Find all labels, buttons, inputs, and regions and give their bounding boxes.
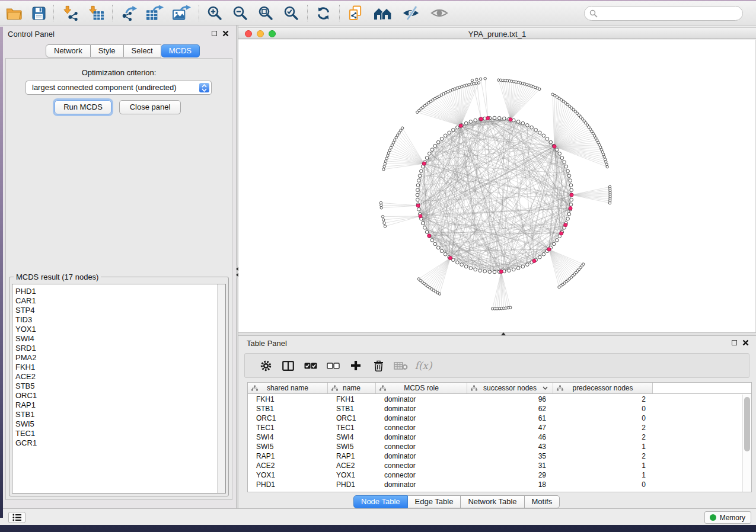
float-panel-icon[interactable] bbox=[212, 31, 217, 36]
cell-shared-name[interactable]: RAP1 bbox=[248, 451, 328, 461]
save-session-button[interactable] bbox=[28, 3, 50, 23]
cell-predecessor-nodes[interactable]: 0 bbox=[553, 414, 653, 423]
mcds-result-item[interactable]: TID3 bbox=[15, 315, 225, 325]
cell-successor-nodes[interactable]: 18 bbox=[467, 480, 553, 489]
cell-predecessor-nodes[interactable]: 2 bbox=[553, 395, 653, 404]
network-node[interactable] bbox=[416, 198, 419, 201]
cell-shared-name[interactable]: FKH1 bbox=[248, 395, 328, 404]
network-hub-node[interactable] bbox=[419, 214, 422, 218]
cell-predecessor-nodes[interactable]: 2 bbox=[553, 423, 653, 432]
mcds-result-item[interactable]: SWI4 bbox=[15, 334, 225, 344]
select-all-button[interactable] bbox=[299, 355, 322, 376]
float-table-panel-icon[interactable] bbox=[732, 340, 737, 345]
network-node[interactable] bbox=[479, 269, 482, 273]
network-node[interactable] bbox=[555, 148, 559, 152]
network-node[interactable] bbox=[469, 120, 473, 124]
network-node[interactable] bbox=[474, 118, 477, 122]
network-leaf-node[interactable] bbox=[605, 161, 607, 163]
network-leaf-node[interactable] bbox=[608, 201, 611, 204]
network-node[interactable] bbox=[521, 265, 525, 268]
network-leaf-node[interactable] bbox=[384, 225, 386, 227]
cell-shared-name[interactable]: PHD1 bbox=[248, 480, 328, 489]
network-leaf-node[interactable] bbox=[380, 207, 382, 209]
cell-shared-name[interactable]: TEC1 bbox=[248, 423, 328, 432]
tab-mcds[interactable]: MCDS bbox=[161, 44, 200, 57]
tab-node-table[interactable]: Node Table bbox=[353, 495, 408, 508]
zoom-in-button[interactable] bbox=[203, 3, 227, 23]
network-leaf-node[interactable] bbox=[491, 307, 493, 310]
search-input[interactable] bbox=[584, 6, 743, 21]
table-row[interactable]: SWI5SWI5connector431 bbox=[248, 442, 742, 451]
network-hub-node[interactable] bbox=[448, 256, 452, 259]
network-node[interactable] bbox=[558, 152, 562, 156]
network-node[interactable] bbox=[566, 169, 570, 173]
network-node[interactable] bbox=[526, 124, 529, 127]
network-node[interactable] bbox=[516, 267, 520, 270]
cell-successor-nodes[interactable]: 46 bbox=[467, 432, 553, 442]
network-hub-node[interactable] bbox=[509, 118, 512, 121]
table-scrollbar-thumb[interactable] bbox=[744, 397, 750, 451]
cell-name[interactable]: TEC1 bbox=[328, 423, 376, 432]
cell-successor-nodes[interactable]: 29 bbox=[467, 470, 553, 480]
network-node[interactable] bbox=[444, 252, 447, 256]
network-leaf-node[interactable] bbox=[384, 160, 387, 162]
column-header-MCDS-role[interactable]: MCDS role bbox=[376, 383, 467, 393]
table-row[interactable]: YOX1YOX1connector291 bbox=[248, 470, 742, 480]
cell-predecessor-nodes[interactable]: 1 bbox=[553, 442, 653, 451]
table-row[interactable]: TEC1TEC1connector472 bbox=[248, 423, 742, 432]
network-node[interactable] bbox=[516, 120, 520, 124]
column-header-shared-name[interactable]: shared name bbox=[248, 383, 328, 393]
network-leaf-node[interactable] bbox=[605, 163, 608, 165]
minimize-window-icon[interactable] bbox=[257, 30, 264, 37]
network-leaf-node[interactable] bbox=[388, 149, 391, 152]
network-node[interactable] bbox=[502, 117, 506, 120]
cell-successor-nodes[interactable]: 62 bbox=[467, 404, 553, 414]
task-history-button[interactable] bbox=[8, 512, 25, 523]
table-scrollbar[interactable] bbox=[742, 395, 751, 492]
network-node[interactable] bbox=[569, 184, 573, 187]
cell-predecessor-nodes[interactable]: 2 bbox=[553, 432, 653, 442]
network-node[interactable] bbox=[530, 126, 534, 129]
network-node[interactable] bbox=[538, 131, 542, 134]
network-node[interactable] bbox=[512, 268, 516, 271]
network-node[interactable] bbox=[418, 174, 422, 178]
network-node[interactable] bbox=[428, 152, 431, 156]
network-node[interactable] bbox=[423, 226, 427, 230]
network-leaf-node[interactable] bbox=[381, 215, 384, 217]
network-hub-node[interactable] bbox=[428, 234, 431, 238]
network-hub-node[interactable] bbox=[422, 162, 426, 165]
mcds-result-item[interactable]: RAP1 bbox=[15, 400, 225, 410]
network-node[interactable] bbox=[493, 270, 496, 274]
network-node[interactable] bbox=[436, 246, 440, 249]
network-leaf-node[interactable] bbox=[471, 79, 473, 81]
network-node[interactable] bbox=[416, 188, 419, 192]
network-leaf-node[interactable] bbox=[387, 155, 389, 157]
cell-successor-nodes[interactable]: 31 bbox=[467, 461, 553, 470]
zoom-selected-button[interactable] bbox=[279, 3, 304, 23]
network-leaf-node[interactable] bbox=[383, 165, 385, 168]
network-node[interactable] bbox=[483, 270, 487, 273]
tab-style[interactable]: Style bbox=[91, 44, 124, 57]
network-node[interactable] bbox=[546, 137, 549, 140]
network-leaf-node[interactable] bbox=[380, 204, 382, 206]
column-header-name[interactable]: name bbox=[328, 383, 376, 393]
cell-predecessor-nodes[interactable]: 0 bbox=[553, 480, 653, 489]
network-node[interactable] bbox=[433, 242, 437, 246]
cell-name[interactable]: STB1 bbox=[328, 404, 376, 414]
network-node[interactable] bbox=[460, 263, 464, 267]
network-node[interactable] bbox=[430, 148, 434, 152]
cell-shared-name[interactable]: ACE2 bbox=[248, 461, 328, 470]
cell-predecessor-nodes[interactable]: 1 bbox=[553, 461, 653, 470]
cell-name[interactable]: FKH1 bbox=[328, 395, 376, 404]
network-leaf-node[interactable] bbox=[383, 222, 385, 224]
network-hub-node[interactable] bbox=[416, 204, 420, 207]
network-node[interactable] bbox=[417, 179, 421, 182]
delete-column-button[interactable] bbox=[390, 355, 412, 376]
network-view-titlebar[interactable]: YPA_prune.txt_1 bbox=[238, 27, 756, 39]
mcds-result-item[interactable]: STB1 bbox=[15, 410, 225, 419]
cell-shared-name[interactable]: ORC1 bbox=[248, 414, 328, 423]
network-leaf-node[interactable] bbox=[395, 136, 397, 139]
mcds-result-item[interactable]: ACE2 bbox=[15, 372, 225, 382]
mcds-result-item[interactable]: CAR1 bbox=[15, 296, 225, 306]
cell-name[interactable]: SWI5 bbox=[328, 442, 376, 451]
